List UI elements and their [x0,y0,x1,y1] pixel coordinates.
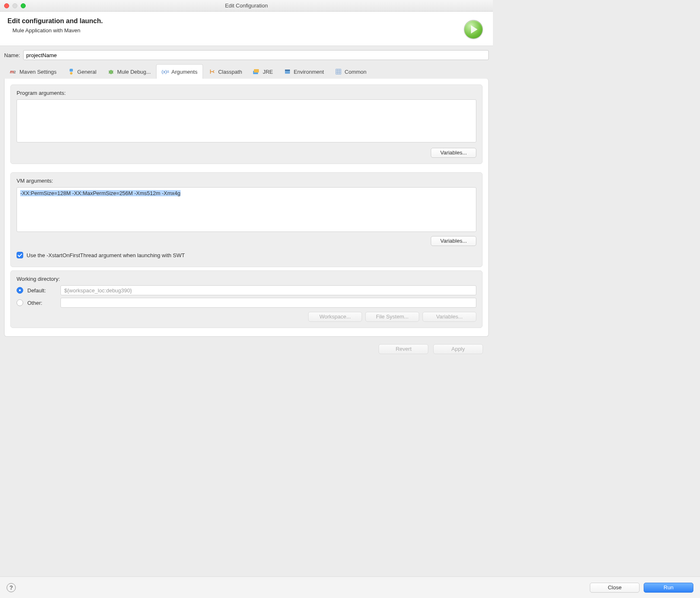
swt-thread-label: Use the -XstartOnFirstThread argument wh… [27,252,185,258]
run-icon [464,20,483,39]
tab-label: JRE [263,69,273,75]
vm-arguments-input[interactable]: -XX:PermSize=128M -XX:MaxPermSize=256M -… [17,187,476,232]
wd-other-label: Other: [27,300,56,306]
common-icon [335,68,342,75]
vm-arguments-group: VM arguments: -XX:PermSize=128M -XX:MaxP… [10,172,483,267]
tab-classpath[interactable]: Classpath [203,64,248,79]
environment-icon [284,68,291,75]
tab-label: Common [345,69,367,75]
tab-general[interactable]: General [62,64,102,79]
program-arguments-input[interactable] [17,99,476,142]
tab-bar: m2 Maven Settings General Mule Debug... … [4,64,489,79]
tab-mule-debug[interactable]: Mule Debug... [102,64,156,79]
window-title: Edit Configuration [0,2,493,9]
maven-icon: m2 [10,68,17,75]
wd-workspace-button: Workspace... [308,312,362,322]
wd-default-label: Default: [27,287,56,294]
tab-label: Classpath [218,69,242,75]
wd-other-radio[interactable] [17,299,23,306]
wd-default-field [60,285,476,295]
close-window-dot[interactable] [4,3,9,8]
working-directory-label: Working directory: [17,276,476,282]
svg-marker-0 [471,25,478,34]
tab-jre[interactable]: JRE [247,64,278,79]
svg-rect-15 [336,69,341,74]
name-input[interactable] [23,50,489,60]
zoom-window-dot[interactable] [21,3,26,8]
wd-default-radio[interactable] [17,287,23,294]
tab-label: Environment [294,69,324,75]
revert-button: Revert [379,344,428,354]
svg-rect-3 [70,69,73,72]
classpath-icon [208,68,216,75]
window-traffic-lights [4,3,26,8]
swt-thread-checkbox[interactable] [17,252,23,258]
arguments-panel: Program arguments: Variables... VM argum… [4,79,489,337]
svg-text:2: 2 [14,70,16,74]
vm-args-variables-button[interactable]: Variables... [431,236,476,246]
tab-label: Arguments [171,69,198,75]
tab-label: Mule Debug... [117,69,151,75]
svg-point-5 [109,70,113,74]
program-args-variables-button[interactable]: Variables... [431,148,476,158]
wd-filesystem-button: File System... [365,312,419,322]
minimize-window-dot [12,3,17,8]
jre-icon [253,68,260,75]
wd-variables-button: Variables... [422,312,476,322]
vm-arguments-label: VM arguments: [17,178,476,184]
svg-text:(x)=: (x)= [162,69,169,74]
general-icon [68,68,75,75]
tab-label: Maven Settings [19,69,57,75]
tab-arguments[interactable]: (x)= Arguments [156,64,203,79]
program-arguments-label: Program arguments: [17,90,476,96]
titlebar: Edit Configuration [0,0,493,12]
header-title: Edit configuration and launch. [7,17,103,25]
arguments-icon: (x)= [162,68,169,75]
tab-label: General [77,69,97,75]
name-label: Name: [4,52,20,58]
svg-rect-4 [70,72,72,75]
dialog-header: Edit configuration and launch. Mule Appl… [0,12,493,46]
apply-button: Apply [433,344,483,354]
svg-rect-12 [254,69,259,72]
working-directory-group: Working directory: Default: Other: Works… [10,270,483,328]
wd-other-field[interactable] [60,298,476,308]
svg-rect-14 [285,70,290,71]
tab-environment[interactable]: Environment [278,64,329,79]
header-subtitle: Mule Application with Maven [12,27,103,34]
bug-icon [107,68,115,75]
tab-maven-settings[interactable]: m2 Maven Settings [4,64,62,79]
program-arguments-group: Program arguments: Variables... [10,84,483,164]
tab-common[interactable]: Common [329,64,372,79]
